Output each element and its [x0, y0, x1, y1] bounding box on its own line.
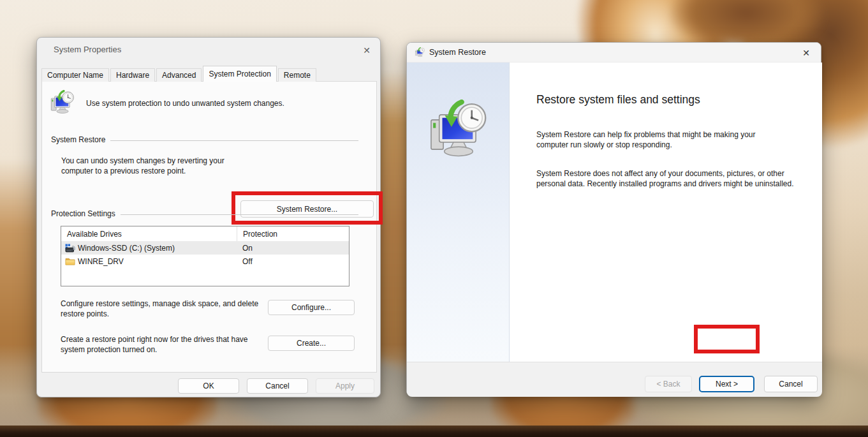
- system-restore-icon: [49, 90, 76, 117]
- cancel-button[interactable]: Cancel: [764, 376, 818, 392]
- wizard-titlebar: System Restore ✕: [407, 43, 821, 63]
- system-restore-wizard-dialog: System Restore ✕ Restore system files an…: [406, 42, 821, 396]
- available-drives-table: Available Drives Protection Windows-SSD …: [61, 226, 349, 286]
- wizard-footer: < Back Next > Cancel: [407, 362, 822, 397]
- next-button[interactable]: Next >: [699, 376, 754, 392]
- column-header-available-drives[interactable]: Available Drives: [61, 226, 237, 241]
- wizard-paragraph-2: System Restore does not affect any of yo…: [536, 168, 798, 189]
- ok-button[interactable]: OK: [178, 378, 239, 394]
- create-description: Create a restore point right now for the…: [61, 334, 266, 355]
- configure-button[interactable]: Configure...: [268, 300, 355, 315]
- system-properties-dialog: System Properties ✕ Computer Name Hardwa…: [36, 37, 381, 397]
- system-restore-icon-large: [426, 100, 491, 165]
- property-sheet-tabs: Computer Name Hardware Advanced System P…: [41, 66, 318, 82]
- folder-icon: [65, 257, 75, 266]
- apply-button[interactable]: Apply: [316, 378, 374, 394]
- back-button[interactable]: < Back: [645, 376, 692, 392]
- protection-status: On: [237, 244, 349, 253]
- table-row[interactable]: WINRE_DRV Off: [61, 255, 349, 268]
- system-restore-group-label: System Restore: [51, 135, 105, 144]
- wallpaper-dark-edge: [0, 426, 868, 437]
- cancel-button[interactable]: Cancel: [247, 378, 308, 394]
- close-icon[interactable]: ✕: [360, 43, 374, 57]
- tab-advanced[interactable]: Advanced: [156, 68, 202, 82]
- close-icon[interactable]: ✕: [799, 46, 813, 60]
- tab-computer-name[interactable]: Computer Name: [41, 68, 109, 82]
- protection-settings-group: Protection Settings: [51, 209, 358, 218]
- protection-status: Off: [237, 257, 349, 266]
- system-protection-tab-page: Use system protection to undo unwanted s…: [41, 81, 377, 373]
- system-properties-title: System Properties: [54, 45, 121, 54]
- drive-icon: [65, 244, 75, 253]
- system-restore-group: System Restore: [51, 135, 358, 144]
- highlight-box-next: [694, 325, 760, 353]
- protection-settings-group-label: Protection Settings: [51, 209, 115, 218]
- wizard-sidebar: [407, 63, 510, 362]
- system-restore-description: You can undo system changes by reverting…: [61, 156, 237, 176]
- group-divider: [110, 140, 358, 141]
- column-header-protection[interactable]: Protection: [237, 226, 349, 241]
- table-row[interactable]: Windows-SSD (C:) (System) On: [61, 241, 349, 255]
- drive-name: WINRE_DRV: [78, 257, 124, 266]
- wizard-body: Restore system files and settings System…: [407, 63, 822, 362]
- group-divider: [121, 214, 358, 215]
- system-restore-icon: [415, 47, 425, 58]
- tab-remote[interactable]: Remote: [278, 68, 316, 82]
- drive-name: Windows-SSD (C:) (System): [78, 244, 175, 253]
- tab-hardware[interactable]: Hardware: [110, 68, 155, 82]
- tab-system-protection[interactable]: System Protection: [203, 66, 276, 82]
- create-button[interactable]: Create...: [268, 336, 355, 351]
- tab-intro-text: Use system protection to undo unwanted s…: [86, 99, 284, 108]
- wizard-title: System Restore: [429, 48, 486, 57]
- wizard-heading: Restore system files and settings: [536, 93, 700, 107]
- configure-description: Configure restore settings, manage disk …: [61, 299, 266, 319]
- table-header-row: Available Drives Protection: [61, 226, 349, 241]
- wizard-paragraph-1: System Restore can help fix problems tha…: [536, 130, 782, 150]
